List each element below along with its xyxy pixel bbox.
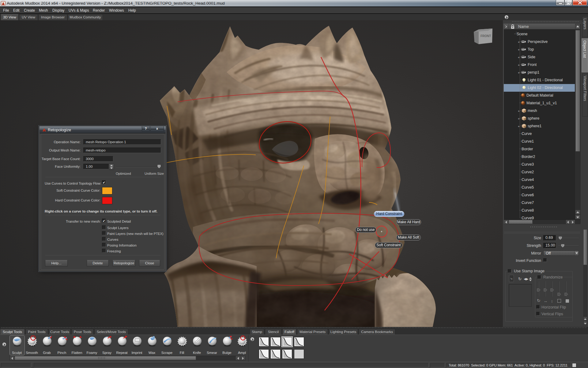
svg-text:FRONT: FRONT [481, 34, 491, 38]
